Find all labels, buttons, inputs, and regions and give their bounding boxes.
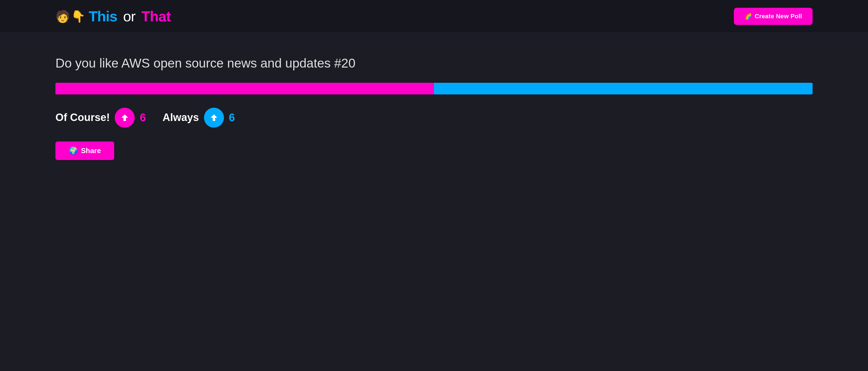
arrow-up-pink-icon xyxy=(120,113,130,123)
arrow-up-blue-icon xyxy=(209,113,219,123)
logo-this: This xyxy=(89,8,117,24)
create-poll-button[interactable]: 🌈 Create New Poll xyxy=(734,8,813,25)
vote-option-a: Of Course! 6 xyxy=(55,108,146,128)
progress-blue xyxy=(434,83,813,94)
progress-pink xyxy=(55,83,434,94)
vote-up-blue-button[interactable] xyxy=(204,108,224,128)
option-b-count: 6 xyxy=(229,111,235,124)
vote-options: Of Course! 6 Always 6 xyxy=(55,108,813,128)
create-poll-label: Create New Poll xyxy=(755,13,802,20)
person-icon: 🧑 xyxy=(55,10,70,23)
hand-icon: 👇 xyxy=(71,10,85,23)
share-label: Share xyxy=(81,146,101,155)
option-b-label: Always xyxy=(163,111,199,124)
poll-question: Do you like AWS open source news and upd… xyxy=(55,55,813,72)
logo-icons: 🧑 👇 xyxy=(55,10,85,23)
rainbow-icon: 🌈 xyxy=(744,13,752,20)
header: 🧑 👇 This or That 🌈 Create New Poll xyxy=(0,0,868,33)
vote-option-b: Always 6 xyxy=(163,108,235,128)
logo-that: That xyxy=(141,8,171,24)
logo-text: This or That xyxy=(89,8,171,25)
option-a-count: 6 xyxy=(140,111,146,124)
logo-area: 🧑 👇 This or That xyxy=(55,8,171,25)
share-button[interactable]: 🌍 Share xyxy=(55,141,114,160)
main-content: Do you like AWS open source news and upd… xyxy=(0,33,868,371)
globe-icon: 🌍 xyxy=(69,146,78,155)
logo-or: or xyxy=(123,8,135,24)
vote-up-pink-button[interactable] xyxy=(115,108,135,128)
option-a-label: Of Course! xyxy=(55,111,110,124)
progress-bar xyxy=(55,83,813,94)
